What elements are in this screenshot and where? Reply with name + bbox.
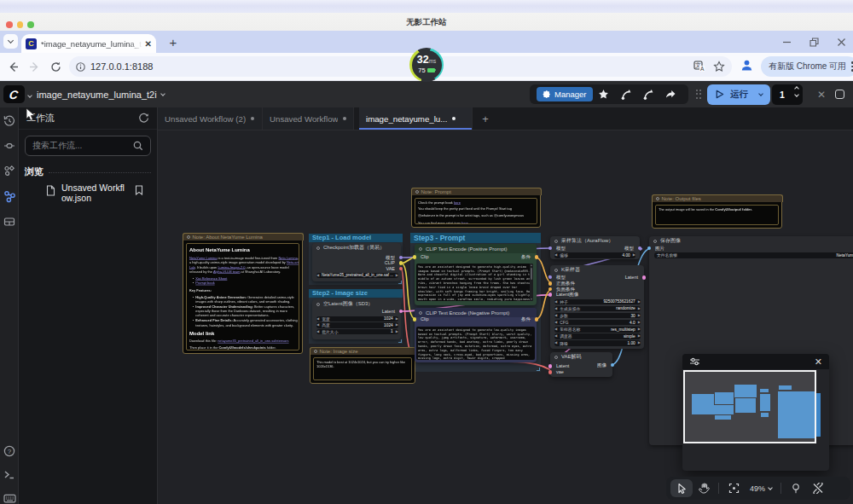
run-options-chevron-icon[interactable]	[758, 91, 763, 96]
workflow-tab-2[interactable]: Unsaved Workflow	[263, 107, 354, 130]
control-after-generate-widget[interactable]: ◀生成后操作randomize▶	[554, 306, 641, 312]
slot-clip-out[interactable]: CLIP	[385, 260, 395, 265]
positive-prompt-textarea[interactable]: You are an assistant designed to generat…	[416, 264, 533, 301]
node-checkpoint-loader[interactable]: Checkpoint加载器（简易） 模型 CLIP VAE ◀NetaYume3…	[312, 243, 401, 281]
node-canvas[interactable]: Step1 - Load model Step2 - Image size St…	[158, 130, 853, 504]
decrement-arrow-icon[interactable]: ◀	[316, 323, 319, 327]
batch-count-stepper[interactable]: 1	[772, 84, 803, 105]
slot-positive-in[interactable]: 正面条件	[556, 281, 575, 286]
site-info-icon[interactable]	[76, 62, 85, 72]
input-slot[interactable]: vae	[550, 369, 564, 375]
minimize-window-icon[interactable]	[782, 38, 792, 47]
input-slot[interactable]: Clip	[415, 316, 428, 322]
slot-image-out[interactable]: 图像	[597, 362, 606, 368]
denoise-widget[interactable]: ◀降噪1.00▶	[554, 340, 641, 346]
run-button[interactable]: 运行	[707, 84, 770, 105]
increment-arrow-icon[interactable]: ▶	[638, 327, 641, 331]
scheduler-widget[interactable]: ◀调度器simple▶	[554, 333, 641, 339]
forward-icon[interactable]	[29, 61, 40, 72]
input-slot[interactable]: 模型	[550, 246, 566, 252]
manager-button[interactable]: Manager	[537, 87, 593, 101]
logo-menu-chevron-icon[interactable]	[28, 87, 32, 102]
inline-link[interactable]: here	[454, 200, 461, 205]
increment-arrow-icon[interactable]: ▶	[638, 321, 641, 324]
increment-arrow-icon[interactable]: ▶	[638, 341, 641, 345]
increment-arrow-icon[interactable]: ▶	[638, 334, 641, 338]
new-tab-button[interactable]: +	[165, 34, 182, 51]
decrement-arrow-icon[interactable]: ◀	[554, 321, 557, 324]
output-slot[interactable]: Latent	[625, 275, 644, 281]
reload-icon[interactable]	[50, 61, 61, 72]
workflow-tab-3[interactable]: image_netayume_lu...	[359, 107, 473, 130]
minimap-body[interactable]	[682, 369, 829, 471]
increment-arrow-icon[interactable]: ▶	[396, 330, 398, 333]
decrement-arrow-icon[interactable]: ◀	[316, 274, 319, 277]
minimap-viewport[interactable]	[683, 370, 816, 443]
shift-widget[interactable]: ◀偏移4.00▶	[554, 252, 635, 258]
node-empty-latent[interactable]: 空Latent图像（SD3） Latent ◀宽度1024▶ ◀高度1024▶ …	[312, 299, 401, 339]
zoom-control[interactable]: 49%	[745, 484, 777, 493]
increment-arrow-icon[interactable]: ▶	[638, 300, 641, 304]
clear-queue-icon[interactable]: ✕	[813, 89, 830, 101]
slot-clip-in[interactable]: Clip	[421, 254, 428, 259]
new-workflow-tab-button[interactable]: +	[473, 107, 498, 130]
workflows-icon[interactable]	[3, 190, 15, 202]
decrement-arrow-icon[interactable]: ◀	[554, 327, 557, 331]
input-slot[interactable]: 模型	[550, 275, 566, 281]
decrement-arrow-icon[interactable]: ◀	[554, 341, 557, 345]
share-icon[interactable]	[659, 89, 682, 101]
sampler-name-widget[interactable]: ◀采样器名称res_multistep▶	[554, 327, 641, 333]
slot-cond-out[interactable]: 条件	[521, 316, 531, 322]
workflow-search-input[interactable]: 搜索工作流...	[25, 136, 151, 156]
bookmark-icon[interactable]	[135, 185, 143, 195]
cfg-widget[interactable]: ◀CFG4.0▶	[554, 320, 641, 326]
refresh-icon[interactable]	[138, 113, 149, 124]
decrement-arrow-icon[interactable]: ◀	[554, 307, 557, 310]
decrement-arrow-icon[interactable]: ◀	[316, 317, 319, 321]
stepper-arrows[interactable]	[795, 87, 798, 96]
node-vae-decode[interactable]: VAE解码 Latent vae 图像	[550, 352, 612, 377]
slot-latent-in[interactable]: Latent	[556, 363, 569, 368]
node-library-icon[interactable]	[3, 165, 15, 177]
toggle-links-button[interactable]	[807, 483, 829, 494]
increment-arrow-icon[interactable]: ▶	[638, 307, 641, 310]
output-slot[interactable]: 图像	[597, 362, 612, 368]
note-output-files[interactable]: Note: Output files The output image will…	[652, 194, 782, 229]
input-slot[interactable]: 图片	[649, 246, 664, 252]
note-image-size[interactable]: Note: Image size This model is best at 1…	[310, 347, 415, 384]
close-window-icon[interactable]	[837, 38, 846, 47]
workflow-name-menu[interactable]: image_netayume_lumina_t2i	[37, 90, 165, 100]
node-model-sampling[interactable]: 采样算法（AuraFlow） 模型 模型 ◀偏移4.00▶	[550, 236, 640, 259]
slot-model-in[interactable]: 模型	[556, 246, 566, 251]
batch-size-widget[interactable]: ◀批次大小1▶	[316, 329, 398, 335]
drag-handle-icon[interactable]	[696, 90, 703, 100]
node-connections-icon[interactable]	[3, 140, 15, 152]
node-ksampler[interactable]: K采样器 模型 正面条件 负面条件 Latent图像 Latent ◀种子925…	[550, 265, 644, 349]
decrement-arrow-icon[interactable]: ◀	[554, 253, 557, 257]
minimap-node-rect[interactable]	[816, 393, 821, 437]
slot-latent-in[interactable]: Latent图像	[556, 292, 578, 297]
workflow-file-item[interactable]: Unsaved Workflow.json	[46, 183, 151, 203]
browser-tab[interactable]: C *image_netayume_lumina_t2 ✕	[21, 34, 156, 53]
decrement-arrow-icon[interactable]: ◀	[316, 330, 319, 333]
output-slot[interactable]: Latent	[382, 309, 401, 315]
increment-arrow-icon[interactable]: ▶	[396, 317, 398, 321]
slot-image-in[interactable]: 图片	[655, 246, 664, 251]
input-slot[interactable]: Latent	[550, 363, 569, 369]
profile-avatar-icon[interactable]	[740, 59, 753, 75]
queue-history-icon[interactable]	[3, 115, 15, 127]
slot-model-out[interactable]: 模型	[386, 255, 395, 260]
filename-prefix-widget[interactable]: 文件名前缀NetaYume	[654, 252, 853, 258]
output-slot[interactable]: VAE	[386, 266, 401, 272]
scrollbar-thumb[interactable]	[531, 268, 532, 280]
increment-arrow-icon[interactable]: ▶	[633, 253, 635, 257]
translate-icon[interactable]: 文A	[693, 61, 705, 72]
increment-arrow-icon[interactable]: ▶	[638, 314, 641, 317]
decrement-arrow-icon[interactable]: ◀	[554, 334, 557, 338]
slot-vae-in[interactable]: vae	[556, 369, 564, 374]
increment-arrow-icon[interactable]: ▶	[396, 323, 398, 327]
increment-arrow-icon[interactable]: ▶	[396, 274, 398, 277]
node-clip-positive[interactable]: CLIP Text Encode (Positive Prompt) Clip …	[415, 244, 537, 305]
input-slot[interactable]: Clip	[415, 254, 428, 260]
minimap-settings-icon[interactable]	[689, 357, 700, 366]
